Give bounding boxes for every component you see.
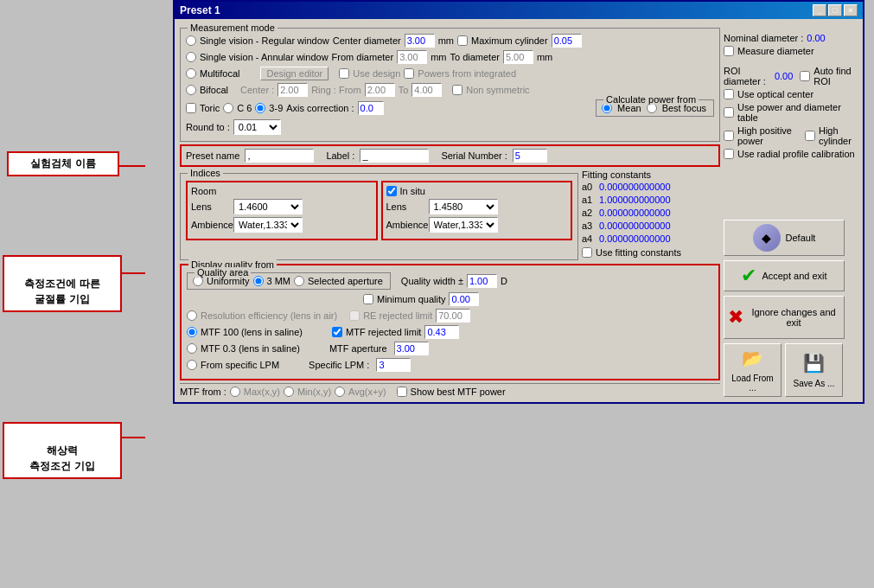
mtf03-radio[interactable] [187,343,197,354]
load-button[interactable]: 📂 Load From ... [724,343,781,397]
room-label: Room [191,186,373,196]
mtf-min-radio[interactable] [284,387,294,397]
roi-diameter-label: ROI diameter : [724,66,771,86]
use-power-diameter-check[interactable] [724,107,734,118]
a1-label: a1 [582,195,596,205]
3mm-label: 3 MM [267,276,291,286]
accept-button[interactable]: ✔ Accept and exit [724,260,845,291]
mtf100-row: MTF 100 (lens in saline) MTF rejected li… [187,325,713,339]
quality-area-group: Quality area Uniformity 3 MM Selected ap… [187,272,391,290]
to-diameter-label: To diameter [450,52,499,62]
serial-number-label: Serial Number : [441,150,507,161]
measurement-mode-label: Measurement mode [188,22,278,33]
show-best-check[interactable] [397,387,407,397]
annotation-1-arrow-h [119,165,145,167]
multifocal-radio[interactable] [186,68,196,79]
center-diameter-field[interactable] [405,34,435,48]
bifocal-to-field[interactable] [411,83,442,97]
sv-annular-radio[interactable] [186,52,196,62]
insitu-lens-select[interactable]: 1.4580 [429,199,498,214]
insitu-ambience-select[interactable]: Water,1.333 [429,217,498,233]
3mm-radio[interactable] [253,276,264,286]
mtf100-radio[interactable] [187,327,197,337]
a0-label: a0 [582,182,596,192]
radial-label: Use radial profile calibration [737,149,855,159]
mtf-max-radio[interactable] [230,387,240,397]
specific-lpm-radio[interactable] [187,360,197,370]
measure-diameter-check[interactable] [724,46,734,56]
load-label: Load From ... [728,374,777,393]
powers-integrated-check[interactable] [404,68,414,79]
indices-group: Indices Room Lens 1.4600 [180,173,578,260]
use-fitting-check[interactable] [582,247,592,258]
high-positive-check[interactable] [724,131,734,141]
ignore-button[interactable]: ✖ Ignore changes and exit [724,296,845,339]
toric-39-radio[interactable] [255,103,265,113]
max-cylinder-field[interactable] [552,34,582,48]
a2-value: 0.000000000000 [599,208,671,218]
bifocal-radio[interactable] [186,85,196,95]
ring-from-field[interactable] [365,83,395,97]
resolution-radio[interactable] [187,310,197,321]
use-design-check[interactable] [339,68,349,79]
sv-regular-radio[interactable] [186,35,196,46]
min-quality-field[interactable] [449,292,479,306]
mm2-label: mm [431,52,446,62]
radial-check[interactable] [724,149,734,159]
mtf-max-label: Max(x,y) [244,387,280,397]
high-cylinder-check[interactable] [805,131,815,141]
high-power-row: High positive power High cylinder [724,125,858,146]
minimize-button[interactable]: _ [813,4,826,16]
axis-correction-field[interactable] [358,101,384,115]
a2-label: a2 [582,208,596,218]
mtf-rejected-check[interactable] [332,327,342,337]
serial-number-field[interactable] [513,149,547,163]
maximize-button[interactable]: □ [828,4,842,16]
use-optical-check[interactable] [724,89,734,99]
auto-find-roi-check[interactable] [800,71,810,81]
re-rejected-field[interactable] [436,309,470,323]
bifocal-label: Bifocal [200,85,228,95]
toric-check[interactable] [186,103,196,113]
preset-name-field[interactable] [245,149,314,163]
min-quality-check[interactable] [363,294,373,304]
fitting-constants-group: Fitting constants a0 0.000000000000 a1 1… [582,169,720,260]
quality-width-field[interactable] [467,274,497,288]
insitu-check[interactable] [386,186,397,196]
ignore-icon: ✖ [728,306,743,329]
re-rejected-label: RE rejected limit [363,310,432,321]
annotation-area: 실험검체 이름 측정조건에 따른굴절률 기입 해상력측정조건 기입 [0,0,173,588]
specific-lpm-field[interactable] [376,358,411,372]
non-symmetric-check[interactable] [452,85,463,95]
design-editor-button[interactable]: Design editor [260,67,329,80]
from-diameter-label: From diameter [332,52,394,62]
toric-c6-radio[interactable] [223,103,233,113]
from-diameter-field[interactable] [397,50,427,64]
to-diameter-field[interactable] [503,50,533,64]
default-icon: ◆ [753,224,781,252]
selected-aperture-radio[interactable] [294,276,304,286]
close-button[interactable]: × [844,4,858,16]
preset-name-row: Preset name Label : Serial Number : [180,144,720,167]
mtf-rejected-field[interactable] [424,325,459,339]
mtf-avg-radio[interactable] [335,387,345,397]
calculate-power-label: Calculate power from [603,94,699,105]
mtf-from-row: MTF from : Max(x,y) Min(x,y) Avg(x+y) Sh… [180,383,720,397]
re-rejected-check[interactable] [349,310,360,321]
room-ambience-select[interactable]: Water,1.333 [233,217,303,233]
multifocal-label: Multifocal [200,68,239,79]
default-button[interactable]: ◆ Default [724,220,845,256]
max-cylinder-check[interactable] [457,35,468,46]
toric-39-label: 3-9 [269,103,283,113]
room-lens-select[interactable]: 1.4600 [233,199,303,214]
round-to-select[interactable]: 0.01 0.05 0.25 [233,119,281,135]
mtf-aperture-field[interactable] [394,342,429,355]
bifocal-center-field[interactable] [278,83,308,97]
accept-icon: ✔ [741,265,756,287]
save-button[interactable]: 💾 Save As ... [785,343,843,397]
label-field[interactable] [360,149,429,163]
use-power-diameter-label: Use power and diameter table [737,102,858,123]
sv-regular-row: Single vision - Regular window Center di… [186,34,714,48]
preset-name-label: Preset name [186,150,239,161]
a1-row: a1 1.000000000000 [582,195,720,205]
